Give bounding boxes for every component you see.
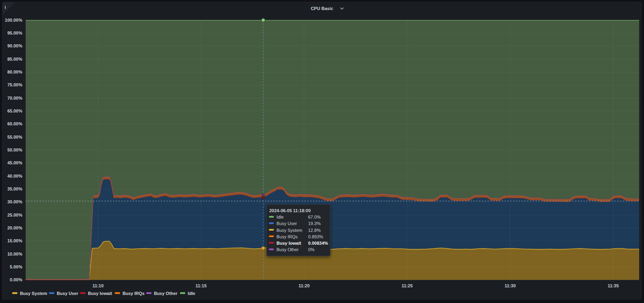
svg-text:Busy System: Busy System xyxy=(20,291,47,296)
svg-text:0.00%: 0.00% xyxy=(10,277,22,282)
svg-text:20.00%: 20.00% xyxy=(7,225,23,230)
svg-text:75.00%: 75.00% xyxy=(7,82,23,87)
svg-text:40.00%: 40.00% xyxy=(7,174,23,178)
svg-text:0%: 0% xyxy=(308,247,315,252)
svg-text:0.00834%: 0.00834% xyxy=(308,241,328,246)
svg-text:11:10: 11:10 xyxy=(93,283,104,288)
svg-text:65.00%: 65.00% xyxy=(7,109,23,113)
svg-text:90.00%: 90.00% xyxy=(7,43,23,48)
svg-text:11:25: 11:25 xyxy=(402,283,413,288)
svg-text:60.00%: 60.00% xyxy=(7,121,23,126)
svg-text:30.00%: 30.00% xyxy=(7,199,23,204)
svg-text:80.00%: 80.00% xyxy=(7,70,23,74)
svg-text:85.00%: 85.00% xyxy=(7,57,23,61)
svg-text:95.00%: 95.00% xyxy=(7,31,23,35)
svg-text:67.0%: 67.0% xyxy=(308,215,321,219)
svg-text:Busy IRQs: Busy IRQs xyxy=(277,234,298,239)
svg-text:15.00%: 15.00% xyxy=(7,238,23,243)
svg-text:11:20: 11:20 xyxy=(299,283,310,288)
svg-text:35.00%: 35.00% xyxy=(7,186,23,191)
svg-text:Busy Other: Busy Other xyxy=(154,291,178,296)
svg-text:Idle: Idle xyxy=(277,215,284,219)
svg-text:5.00%: 5.00% xyxy=(10,264,22,269)
svg-text:11:15: 11:15 xyxy=(196,283,207,288)
svg-text:11:30: 11:30 xyxy=(505,283,516,288)
svg-text:11:35: 11:35 xyxy=(608,283,619,288)
svg-text:70.00%: 70.00% xyxy=(7,96,23,100)
svg-text:100.00%: 100.00% xyxy=(5,18,23,23)
svg-text:2024-06-05 11:18:00: 2024-06-05 11:18:00 xyxy=(269,208,311,213)
svg-text:CPU Basic: CPU Basic xyxy=(311,6,333,11)
svg-text:i: i xyxy=(5,5,6,10)
svg-text:10.00%: 10.00% xyxy=(7,252,23,256)
svg-text:Busy System: Busy System xyxy=(277,228,302,233)
svg-text:Busy IRQs: Busy IRQs xyxy=(122,291,144,296)
svg-text:19.3%: 19.3% xyxy=(308,221,321,226)
svg-text:Idle: Idle xyxy=(188,291,195,296)
svg-text:Busy User: Busy User xyxy=(57,291,78,296)
svg-text:45.00%: 45.00% xyxy=(7,160,23,165)
svg-text:25.00%: 25.00% xyxy=(7,213,23,217)
svg-text:0.893%: 0.893% xyxy=(308,234,324,239)
svg-text:Busy Iowait: Busy Iowait xyxy=(88,291,112,296)
svg-text:Busy User: Busy User xyxy=(277,221,297,226)
svg-text:55.00%: 55.00% xyxy=(7,135,23,139)
svg-text:Busy Other: Busy Other xyxy=(277,247,299,252)
svg-text:12.8%: 12.8% xyxy=(308,228,321,233)
svg-text:50.00%: 50.00% xyxy=(7,147,23,152)
svg-text:Busy Iowait: Busy Iowait xyxy=(277,241,301,246)
